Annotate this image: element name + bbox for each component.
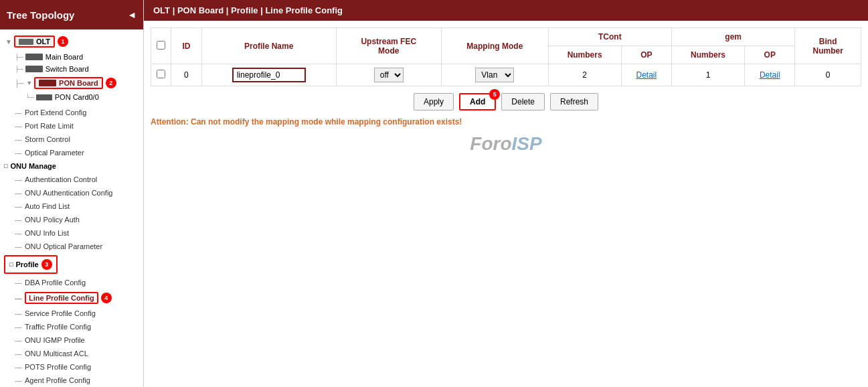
pon-card-label: PON Card0/0 <box>55 93 99 101</box>
nav-item-port-rate[interactable]: --- Port Rate Limit <box>0 119 143 133</box>
nav-dot-1: --- <box>15 108 22 117</box>
nav-label-onu-optical: ONU Optical Parameter <box>25 242 102 250</box>
nav-label-pots: POTS Profile Config <box>25 363 91 371</box>
nav-dot-16: --- <box>15 350 22 358</box>
nav-dot-11: --- <box>15 279 22 287</box>
sidebar-arrow[interactable]: ◄ <box>127 9 137 20</box>
nav-dot-8: --- <box>15 216 22 224</box>
nav-item-port-extend[interactable]: --- Port Extend Config <box>0 106 143 119</box>
add-button[interactable]: Add 5 <box>459 93 496 110</box>
profile-expand-icon: □ <box>9 261 13 268</box>
table-row: 0 off on <box>151 64 861 86</box>
nav-item-traffic-profile[interactable]: --- Traffic Profile Config <box>0 320 143 333</box>
tree-olt-row[interactable]: ▼ OLT 1 <box>0 32 143 51</box>
pon-board-badge: 2 <box>106 78 116 88</box>
olt-label: OLT <box>36 37 50 46</box>
select-all-checkbox[interactable] <box>157 41 165 50</box>
col-profile-name-header: Profile Name <box>201 28 336 64</box>
nav-dot-4: --- <box>15 149 22 157</box>
row-gem-numbers: 1 <box>672 64 745 86</box>
tree-switch-board-row[interactable]: ├─ Switch Board <box>0 63 143 75</box>
nav-label-dba: DBA Profile Config <box>25 279 86 287</box>
profile-name-input[interactable] <box>232 68 306 82</box>
nav-item-onu-optical[interactable]: --- ONU Optical Parameter <box>0 240 143 253</box>
nav-item-onu-policy[interactable]: --- ONU Policy Auth <box>0 213 143 226</box>
main-board-label: Main Board <box>46 53 83 61</box>
watermark-text: ForoISP <box>470 133 541 154</box>
col-tcont-numbers-header: Numbers <box>548 46 621 64</box>
apply-button[interactable]: Apply <box>414 93 454 110</box>
nav-item-onu-info[interactable]: --- ONU Info List <box>0 226 143 240</box>
col-gem-numbers-header: Numbers <box>672 46 745 64</box>
olt-node[interactable]: OLT <box>14 35 55 48</box>
delete-button[interactable]: Delete <box>501 93 545 110</box>
col-id-header: ID <box>171 28 202 64</box>
nav-item-optical[interactable]: --- Optical Parameter <box>0 146 143 159</box>
nav-item-auth-control[interactable]: --- Authentication Control <box>0 173 143 186</box>
col-tcont-op-header: OP <box>621 46 671 64</box>
pon-board-node[interactable]: PON Board <box>34 77 103 89</box>
nav-item-pots[interactable]: --- POTS Profile Config <box>0 360 143 374</box>
nav-item-onu-igmp[interactable]: --- ONU IGMP Profile <box>0 333 143 347</box>
action-bar: Apply Add 5 Delete Refresh <box>151 93 861 110</box>
row-tcont-op: Detail <box>621 64 671 86</box>
attention-prefix: Attention: <box>151 117 189 127</box>
content-body: ID Profile Name Upstream FECMode Mapping… <box>144 21 868 387</box>
col-tcont-header: TCont <box>548 28 671 46</box>
switch-board-label: Switch Board <box>46 65 89 73</box>
row-gem-op: Detail <box>745 64 795 86</box>
nav-dot-10: --- <box>15 242 22 250</box>
nav-label-line-profile: Line Profile Config <box>29 294 94 302</box>
pon-board-label: PON Board <box>59 79 98 87</box>
col-upstream-fec-header: Upstream FECMode <box>336 28 442 64</box>
nav-label-onu-auth: ONU Authentication Config <box>25 189 112 197</box>
add-button-label: Add <box>470 97 485 106</box>
content-area: OLT | PON Board | Profile | Line Profile… <box>144 0 868 387</box>
main-board-icon <box>25 54 43 60</box>
row-bind-number: 0 <box>795 64 861 86</box>
nav-label-optical: Optical Parameter <box>25 149 84 157</box>
row-id: 0 <box>171 64 202 86</box>
nav-item-agent-profile[interactable]: --- Agent Profile Config <box>0 374 143 387</box>
refresh-button[interactable]: Refresh <box>550 93 598 110</box>
col-mapping-mode-header: Mapping Mode <box>442 28 549 64</box>
line-profile-node[interactable]: Line Profile Config <box>25 292 98 304</box>
onu-expand-icon: □ <box>4 163 7 169</box>
tree-pon-board-row[interactable]: ├─ ▼ PON Board 2 <box>0 75 143 91</box>
nav-item-line-profile[interactable]: --- Line Profile Config 4 <box>0 289 143 307</box>
row-tcont-numbers: 2 <box>548 64 621 86</box>
nav-group-onu-title: ONU Manage <box>10 162 56 170</box>
nav-group-profile-title: Profile <box>15 260 38 268</box>
row-checkbox-cell <box>151 64 171 86</box>
sidebar-header: Tree Topology ◄ <box>0 0 143 29</box>
pon-board-expand: ├─ <box>15 80 24 87</box>
olt-badge: 1 <box>58 36 68 47</box>
olt-board-icon <box>19 39 33 45</box>
nav-item-onu-auth-config[interactable]: --- ONU Authentication Config <box>0 186 143 200</box>
nav-group-onu-manage[interactable]: □ ONU Manage <box>0 159 143 173</box>
row-mapping-mode: Vlan GEM TDM <box>442 64 549 86</box>
tree-pon-card-row[interactable]: └─ PON Card0/0 <box>0 91 143 103</box>
nav-item-onu-multicast[interactable]: --- ONU Multicast ACL <box>0 347 143 360</box>
nav-dot-7: --- <box>15 202 22 210</box>
gem-detail-link[interactable]: Detail <box>760 70 780 80</box>
nav-item-dba-profile[interactable]: --- DBA Profile Config <box>0 276 143 289</box>
nav-label-auto-find: Auto Find List <box>25 202 70 210</box>
upstream-fec-select[interactable]: off on <box>374 68 404 82</box>
nav-group-profile[interactable]: □ Profile 3 <box>4 255 58 274</box>
nav-item-service-profile[interactable]: --- Service Profile Config <box>0 307 143 320</box>
pon-board-expand2: ▼ <box>26 80 32 86</box>
nav-item-auto-find[interactable]: --- Auto Find List <box>0 200 143 213</box>
tree-main-board-row[interactable]: ├─ Main Board <box>0 51 143 63</box>
col-bind-header: BindNumber <box>795 28 861 64</box>
nav-dot-17: --- <box>15 363 22 371</box>
mapping-mode-select[interactable]: Vlan GEM TDM <box>475 68 514 82</box>
attention-bar: Attention: Can not modify the mapping mo… <box>151 117 861 127</box>
nav-dot-2: --- <box>15 122 22 130</box>
nav-item-storm-control[interactable]: --- Storm Control <box>0 133 143 146</box>
col-gem-header: gem <box>672 28 795 46</box>
row-checkbox[interactable] <box>157 70 165 78</box>
tcont-detail-link[interactable]: Detail <box>636 70 657 80</box>
tree-root-section: ▼ OLT 1 ├─ Main Board ├─ <box>0 29 143 106</box>
nav-dot-18: --- <box>15 376 22 384</box>
